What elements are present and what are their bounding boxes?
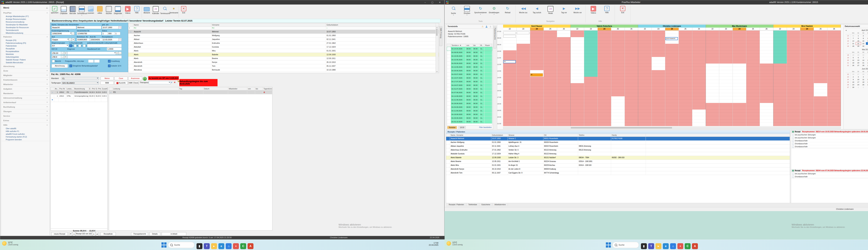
termin-row[interactable]: Do 28.08.2025 08:00 08:30 CL — [447, 102, 492, 105]
sidebar-item[interactable]: Anzeige Mitarbeiterplan (F7) — [2, 15, 50, 18]
checkbox-dringlich[interactable]: ✓ — [69, 65, 72, 67]
calendar-day[interactable]: 3 — [866, 86, 868, 89]
icd2-add-button[interactable]: + — [64, 55, 67, 59]
field-therapeut[interactable] — [149, 81, 170, 84]
sidebar-item[interactable]: Anzeige Ressourcenplan — [2, 18, 50, 21]
patients-panel-row[interactable]: Abels Mira 01.01.1931 Im Anger 31 83229 … — [446, 163, 790, 167]
therapiebericht-button[interactable]: Therapiebericht — [131, 232, 148, 236]
calendar-day-column[interactable] — [652, 31, 665, 126]
phone-icon[interactable]: ▮ — [196, 243, 203, 249]
ribbon-button[interactable]: ⚙ Einstellungen ▾ — [487, 5, 501, 16]
field-freq-max[interactable] — [94, 60, 100, 63]
toolbar-button[interactable]: ✓ speichern — [50, 5, 59, 14]
day-header[interactable]: 24 — [665, 28, 679, 31]
calendar-day[interactable]: 10 — [856, 78, 861, 81]
toolbar-button[interactable]: scannen — [86, 5, 95, 14]
calendar-day[interactable]: 1 — [856, 34, 861, 37]
termin-row[interactable]: Do 26.06.2025 08:00 08:30 CL — [447, 69, 492, 72]
appointment-chip[interactable]: 11 — [530, 73, 543, 76]
dropdown-icon[interactable] — [67, 45, 68, 46]
patient-row[interactable]: Abdullah Gundula 17.12.1924 — [128, 45, 439, 49]
field-arzt[interactable]: Gappa — [52, 38, 69, 41]
termin-row[interactable]: Do 14.08.2025 08:00 08:30 CL — [447, 94, 492, 98]
calendar-day[interactable]: 16 — [850, 81, 856, 83]
calendar-day-column[interactable] — [814, 31, 827, 126]
patient-list-scrollbar[interactable]: ▲ ▼ — [436, 26, 438, 73]
bbb-button[interactable]: BBB — [100, 81, 114, 85]
checkbox-icon[interactable] — [792, 173, 794, 175]
therapist-header[interactable]: Valerie Kutschera — [570, 25, 638, 28]
calendar-day[interactable]: 17 — [866, 39, 868, 42]
toolbar-button[interactable]: ✕ Exit — [179, 5, 188, 14]
patient-row[interactable]: Abendroth Nuriye 26.10.1910 — [128, 60, 439, 64]
rezept-item[interactable]: Einzelpauschale — [791, 145, 868, 148]
calendar-day-column[interactable] — [679, 31, 692, 126]
bottom-tab[interactable]: Telefonliste — [466, 203, 479, 206]
patients-panel-row[interactable]: Abels Babette 12.09.1930 Letzter Str. 3 … — [446, 156, 790, 160]
therapist-header[interactable]: Christine Lindemann — [638, 25, 706, 28]
calendar-day[interactable]: 15 — [866, 59, 868, 61]
diagnose-add-button[interactable]: + — [116, 52, 118, 55]
sidebar-item[interactable]: Warteliste — [2, 53, 50, 56]
termin-row[interactable]: Do 08.05.2025 08:00 08:30 CL — [447, 51, 492, 54]
sidebar-section-header[interactable]: Artikelverkauf▼ — [2, 100, 50, 104]
ribbon-button[interactable]: ? Hilfe — [600, 5, 614, 14]
day-header[interactable]: 22 — [773, 28, 787, 31]
day-header[interactable]: 26 — [557, 28, 570, 31]
toolbar-button[interactable]: Chipkarte — [59, 5, 68, 14]
patients-panel-header[interactable]: Name, Vorname Geburtsdatum Strasse Ort T… — [446, 134, 790, 137]
termin-row[interactable]: Do 17.07.2025 08:00 08:30 CL — [447, 80, 492, 84]
schedule-row[interactable]: → PD ⊘ — [109, 90, 272, 94]
rezept-item[interactable]: bei psychischen Störungen — [791, 172, 868, 175]
sidebar-section-header[interactable]: Mandanten▼ — [2, 91, 50, 95]
calendar-day-column[interactable] — [625, 31, 638, 126]
calendar-day-column[interactable] — [544, 31, 557, 126]
sidebar-section-header[interactable]: Hilfe▲ — [2, 123, 50, 127]
calendar-day[interactable]: 28 — [850, 54, 856, 56]
calendar-picker-icon[interactable]: 23 — [118, 38, 121, 41]
calendar-day[interactable]: 6 — [856, 56, 861, 59]
calendar-day-column[interactable] — [598, 31, 611, 126]
field-vorname[interactable]: Mehmet — [77, 26, 101, 29]
calendar-day[interactable]: 22 — [856, 42, 861, 45]
calendar-day[interactable]: 5 — [850, 56, 856, 59]
patients-panel-row[interactable]: Aachen Wolfgang 01.01.1950 Apfelfingerst… — [446, 140, 790, 145]
hmk-pruefung-tab[interactable]: HMK Prüfung — [439, 26, 442, 46]
position-row[interactable]: → 1 20522 PD Physiotheraeputische Dia...… — [51, 90, 107, 94]
appointment-chip[interactable] — [503, 35, 516, 37]
termin-row[interactable]: Do 31.07.2025 08:00 08:30 CL — [447, 87, 492, 91]
calendar-day[interactable]: 17 — [856, 81, 861, 83]
day-header[interactable]: 24 — [598, 28, 611, 31]
nav-next-button[interactable]: ▸ — [92, 232, 96, 236]
calendar-day-column[interactable] — [611, 31, 625, 126]
calendar-day[interactable]: 2 — [861, 86, 866, 89]
appointment-chip[interactable]: 08 — [503, 60, 516, 63]
hmk-check-button[interactable]: HMK Check — [128, 81, 139, 85]
patient-row[interactable]: Abbasi Jaqueline 02.11.1941 — [128, 37, 439, 41]
rezept-section-header[interactable]: Rezept Rezeptnummer: 38214 vom 10.03.202… — [791, 130, 868, 133]
field-icd2[interactable]: Z98.8 — [52, 55, 62, 59]
calendar-day[interactable]: 14 — [850, 39, 856, 42]
calendar-day-column[interactable] — [570, 31, 584, 126]
sidebar-section-header[interactable]: Abrechnung▼ — [2, 64, 50, 68]
ribbon-button[interactable]: Suche ▾ — [447, 5, 460, 16]
checkbox-ls-x[interactable] — [83, 44, 86, 47]
sidebar-section-header[interactable]: Buchhaltung▼ — [2, 105, 50, 109]
calendar-day[interactable]: 30 — [850, 86, 856, 89]
patient-list-filter-row[interactable]: ▼ R%C R%C = — [128, 27, 439, 30]
patient-row[interactable]: Abels Mira 01.01.1931 — [128, 49, 439, 53]
headset-icon[interactable]: A — [248, 243, 253, 249]
calendar-day[interactable]: 15 — [856, 39, 861, 42]
day-header[interactable]: 23 — [652, 28, 665, 31]
ribbon-button[interactable]: Drucken ▾ — [460, 5, 474, 16]
checkbox-ls-a[interactable]: ✓ — [69, 44, 72, 47]
patient-row[interactable]: Abendroth Tom 05.11.1937 — [128, 64, 439, 68]
sidebar-item[interactable]: Rezepte (F6) — [2, 39, 50, 42]
calendar-day[interactable]: 29 — [866, 64, 868, 67]
termin-row[interactable]: Do 12.06.2025 08:00 08:30 CL — [447, 65, 492, 69]
remote-icon[interactable]: C — [240, 243, 246, 249]
person-icon[interactable] — [486, 26, 488, 28]
calendar-day-column[interactable] — [692, 31, 706, 126]
calendar-day[interactable]: 10 — [866, 37, 868, 39]
toolbar-button[interactable]: Abstand — [142, 5, 151, 14]
